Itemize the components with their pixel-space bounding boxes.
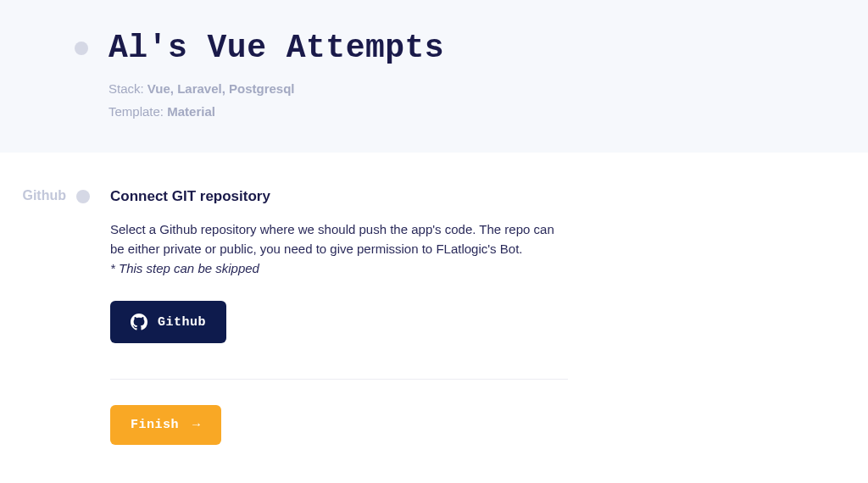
header-section: Al's Vue Attempts Stack: Vue, Laravel, P… (0, 0, 868, 153)
main-section: Github Connect GIT repository Select a G… (0, 153, 868, 445)
step-note: * This step can be skipped (110, 261, 568, 275)
step-heading: Connect GIT repository (110, 188, 568, 205)
arrow-right-icon: → (192, 418, 201, 432)
step-dot-icon (76, 190, 90, 203)
github-button-label: Github (158, 315, 206, 330)
step-label: Github (0, 188, 75, 445)
github-button[interactable]: Github (110, 301, 226, 343)
stack-value: Vue, Laravel, Postgresql (147, 81, 295, 96)
stack-meta: Stack: Vue, Laravel, Postgresql (108, 81, 868, 96)
header-dot-icon (75, 42, 88, 55)
finish-button-label: Finish (131, 418, 179, 432)
finish-button[interactable]: Finish → (110, 405, 221, 445)
template-meta: Template: Material (108, 104, 868, 119)
template-label: Template: (108, 104, 167, 119)
stack-label: Stack: (108, 81, 147, 96)
step-description: Select a Github repository where we shou… (110, 220, 568, 258)
page-title: Al's Vue Attempts (108, 30, 868, 66)
template-value: Material (167, 104, 215, 119)
github-icon (131, 314, 147, 330)
divider (110, 379, 568, 380)
